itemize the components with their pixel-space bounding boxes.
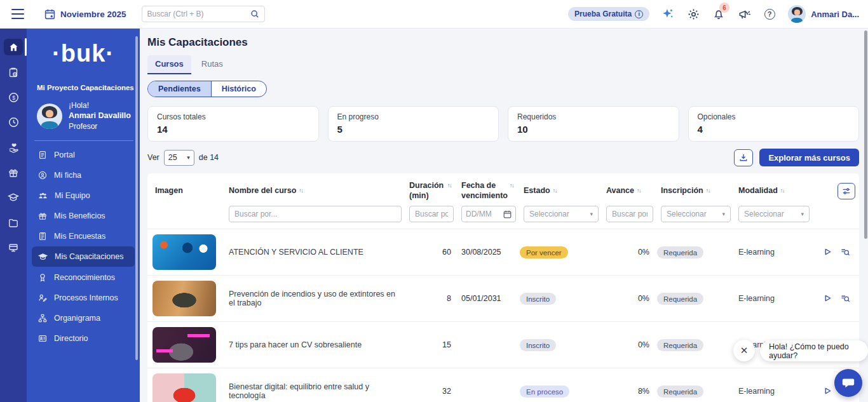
- col-header-modalidad: Modalidad↑↓: [735, 184, 813, 199]
- help-icon[interactable]: ?: [763, 7, 776, 21]
- sidebar-item-mis-encuestas[interactable]: Mis Encuestas: [32, 226, 135, 246]
- page-scrollbar[interactable]: [864, 30, 867, 239]
- table-row[interactable]: ATENCIÓN Y SERVICIO AL CLIENTE 60 30/08/…: [147, 229, 859, 275]
- chevron-down-icon: ▾: [801, 211, 804, 217]
- sort-icon[interactable]: ↑↓: [447, 182, 452, 189]
- course-thumbnail[interactable]: [153, 281, 216, 316]
- sidebar-item-directorio[interactable]: Directorio: [32, 328, 135, 348]
- folder-icon[interactable]: [4, 215, 23, 231]
- sidebar-item-portal[interactable]: Portal: [32, 145, 135, 164]
- sort-icon[interactable]: ↑↓: [637, 187, 641, 194]
- sidebar-item-mis-beneficios[interactable]: Mis Beneficios: [32, 206, 135, 225]
- sidebar-item-organigrama[interactable]: Organigrama: [32, 308, 135, 328]
- bell-icon[interactable]: 6: [712, 7, 726, 21]
- sidebar-item-label: Mis Capacitaciones: [55, 252, 123, 261]
- tab-rutas[interactable]: Rutas: [194, 55, 231, 74]
- stat-label: Opcionales: [698, 112, 850, 121]
- sidebar-item-mi-ficha[interactable]: Mi ficha: [32, 165, 135, 185]
- date-placeholder: DD/MM: [466, 210, 501, 218]
- status-badge: En proceso: [520, 385, 569, 398]
- col-header-inscripcion: Inscripción↑↓: [657, 184, 735, 199]
- page-title: Mis Capacitaciones: [147, 36, 859, 49]
- table-row[interactable]: Prevención de incendios y uso de extinto…: [147, 275, 859, 321]
- gear-icon[interactable]: [686, 7, 700, 21]
- stat-label: Requeridos: [517, 112, 670, 121]
- sort-icon[interactable]: ↑↓: [510, 182, 514, 189]
- pagesize-select[interactable]: 25 ▾: [164, 150, 194, 166]
- course-thumbnail[interactable]: [153, 327, 216, 363]
- enrollment-badge: Requerida: [657, 385, 703, 398]
- search-input[interactable]: [147, 10, 250, 18]
- chat-tooltip[interactable]: Hola! ¿Cómo te puedo ayudar?: [760, 340, 868, 361]
- trial-badge[interactable]: Prueba Gratuita i: [568, 7, 649, 21]
- filter-fecha-input[interactable]: DD/MM: [461, 206, 516, 222]
- play-course-icon[interactable]: [824, 294, 832, 303]
- graduation-cap-icon[interactable]: [4, 189, 23, 206]
- filter-duracion-input[interactable]: [409, 206, 454, 222]
- course-detail-icon[interactable]: [841, 294, 850, 303]
- chevron-down-icon: ▾: [722, 211, 725, 217]
- global-search[interactable]: [142, 6, 265, 22]
- dollar-circle-icon[interactable]: $: [4, 89, 23, 105]
- toggle-pendientes[interactable]: Pendientes: [148, 81, 212, 97]
- sidebar-item-reconocimientos[interactable]: Reconocimientos: [32, 267, 135, 287]
- filter-estado-select[interactable]: Seleccionar▾: [524, 206, 599, 222]
- play-course-icon[interactable]: [824, 248, 832, 257]
- toggle-historico[interactable]: Histórico: [212, 81, 266, 97]
- clipboard-clock-icon[interactable]: [4, 64, 23, 81]
- play-course-icon[interactable]: [824, 387, 832, 396]
- chevron-down-icon: ▾: [187, 154, 190, 161]
- stat-value: 14: [157, 124, 309, 135]
- user-menu[interactable]: Anmari Da...: [788, 5, 859, 23]
- clock-icon[interactable]: [4, 114, 23, 131]
- sort-icon[interactable]: ↑↓: [299, 187, 303, 194]
- sort-icon[interactable]: ↑↓: [553, 187, 557, 194]
- calendar-icon: [503, 210, 512, 218]
- user-name: Anmari Da...: [811, 10, 859, 19]
- profile-avatar: [37, 104, 62, 129]
- download-button[interactable]: [734, 149, 753, 166]
- course-name: 7 tips para hacer un CV sobresaliente: [225, 340, 405, 349]
- sidebar-item-mis-capacitaciones[interactable]: Mis Capacitaciones: [32, 246, 135, 267]
- sidebar-item-mi-equipo[interactable]: Mi Equipo: [32, 185, 135, 205]
- date-label: Noviembre 2025: [60, 10, 126, 19]
- sidebar-scrollbar[interactable]: [135, 36, 138, 360]
- gift-icon[interactable]: [4, 164, 23, 181]
- sort-icon[interactable]: ↑↓: [706, 187, 710, 194]
- date-selector[interactable]: Noviembre 2025: [44, 9, 126, 20]
- stat-cursos-totales: Cursos totales 14: [147, 106, 319, 142]
- tab-cursos[interactable]: Cursos: [147, 55, 191, 74]
- buk-logo[interactable]: ·buk·: [27, 40, 140, 67]
- hand-heart-icon[interactable]: [4, 139, 23, 156]
- courses-table: Imagen Nombre del curso↑↓ Duración (min)…: [147, 173, 859, 402]
- filter-nombre-input[interactable]: [229, 206, 402, 222]
- sidebar-item-procesos-internos[interactable]: Procesos Internos: [32, 288, 135, 307]
- course-thumbnail[interactable]: [153, 373, 216, 402]
- explore-courses-button[interactable]: Explorar más cursos: [759, 149, 859, 166]
- table-header-row: Imagen Nombre del curso↑↓ Duración (min)…: [147, 173, 859, 203]
- megaphone-icon[interactable]: [737, 7, 751, 21]
- course-progress: 8%: [602, 387, 657, 396]
- pagesize-value: 25: [168, 153, 177, 162]
- sidebar-profile[interactable]: ¡Hola! Anmari Davalillo Profesor: [37, 100, 140, 131]
- sparkle-icon[interactable]: [661, 7, 675, 21]
- table-row[interactable]: Bienestar digital: equilibrio entre salu…: [147, 368, 859, 402]
- home-icon[interactable]: [4, 39, 23, 55]
- filter-modalidad-select[interactable]: Seleccionar▾: [738, 206, 810, 222]
- sort-icon[interactable]: ↑↓: [780, 187, 785, 194]
- hamburger-menu-icon[interactable]: [11, 9, 24, 19]
- chat-close-button[interactable]: ✕: [733, 340, 755, 361]
- status-badge: Inscrito: [520, 293, 556, 305]
- filter-avance-input[interactable]: [606, 206, 653, 222]
- column-settings-button[interactable]: [837, 183, 855, 199]
- chat-button[interactable]: [834, 369, 862, 397]
- stat-value: 4: [698, 124, 850, 135]
- top-bar: Noviembre 2025 Prueba Gratuita i 6 ? Anm…: [0, 0, 868, 29]
- course-detail-icon[interactable]: [841, 248, 850, 257]
- pagesize-suffix: de 14: [199, 153, 219, 162]
- filter-inscripcion-select[interactable]: Seleccionar▾: [661, 206, 731, 222]
- sidebar-item-label: Mis Encuestas: [54, 232, 105, 241]
- course-thumbnail[interactable]: [153, 234, 216, 270]
- sidebar-item-label: Directorio: [54, 334, 88, 343]
- kiosk-icon[interactable]: [4, 239, 23, 256]
